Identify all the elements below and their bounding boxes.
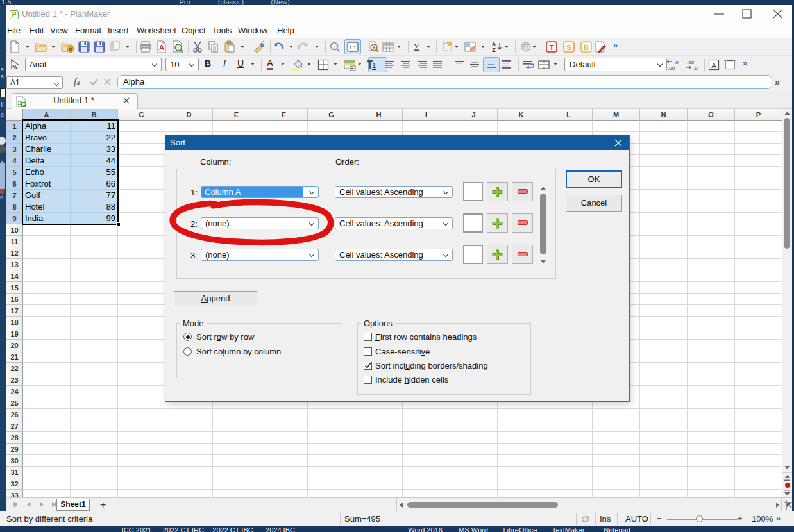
- svg-text:.0: .0: [693, 65, 698, 71]
- svg-text:.00: .00: [668, 65, 675, 71]
- svg-text:B: B: [584, 44, 589, 51]
- svg-text:P: P: [22, 103, 26, 107]
- svg-text:Σ: Σ: [414, 42, 419, 53]
- svg-text:Z: Z: [492, 47, 496, 53]
- svg-text:A: A: [159, 44, 164, 51]
- svg-text:1: 1: [372, 62, 376, 69]
- svg-text:A: A: [711, 62, 716, 69]
- svg-text:.0: .0: [674, 60, 679, 65]
- svg-text:1:1: 1:1: [349, 45, 357, 51]
- svg-text:S: S: [566, 44, 571, 51]
- svg-text:fx: fx: [74, 78, 81, 87]
- svg-text:T: T: [550, 44, 554, 51]
- svg-text:.00: .00: [687, 60, 695, 65]
